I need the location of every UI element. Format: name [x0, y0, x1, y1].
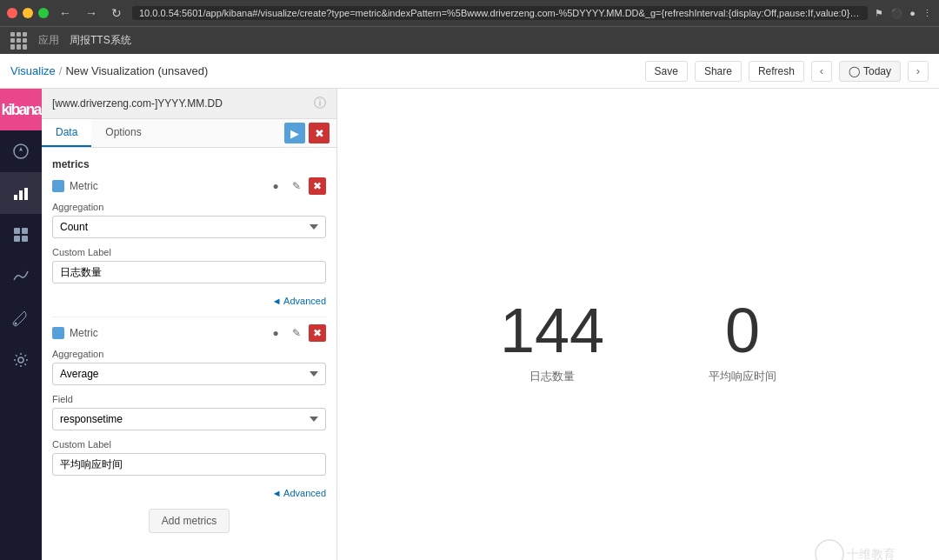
metric1-row: Metric ● ✎ ✖	[52, 177, 326, 195]
svg-point-10	[18, 357, 23, 363]
metric2-eye-button[interactable]: ●	[267, 324, 284, 342]
metric2-delete-button[interactable]: ✖	[309, 324, 326, 342]
watermark: 十维教育	[814, 528, 918, 560]
metric1-custom-label-label: Custom Label	[52, 247, 326, 257]
back-button[interactable]: ←	[56, 4, 75, 22]
viz-metric-1-label: 日志数量	[529, 369, 575, 384]
compass-icon	[12, 143, 30, 160]
svg-point-0	[14, 144, 28, 158]
metric1-delete-button[interactable]: ✖	[309, 177, 326, 195]
metric2-custom-label-input[interactable]	[52, 453, 326, 476]
stop-button[interactable]: ✖	[309, 123, 330, 143]
metric2-custom-label-group: Custom Label	[52, 439, 326, 476]
sidebar-item-timelion[interactable]	[0, 256, 42, 297]
next-time-button[interactable]: ›	[908, 61, 929, 82]
metrics-divider	[52, 317, 326, 317]
sidebar-item-dev-tools[interactable]	[0, 297, 42, 339]
panel-content: metrics Metric ● ✎ ✖ Aggregation	[42, 148, 336, 560]
svg-point-11	[816, 540, 843, 560]
prev-time-button[interactable]: ‹	[811, 61, 832, 82]
metric2-field-group: Field responsetime bytes machine.ram	[52, 394, 326, 430]
sidebar-item-discover[interactable]	[0, 130, 42, 172]
url-bar[interactable]: 10.0.0.54:5601/app/kibana#/visualize/cre…	[132, 6, 868, 20]
wrench-icon	[12, 310, 30, 327]
sidebar: kibana	[0, 89, 42, 560]
metric1-actions: ● ✎ ✖	[267, 177, 326, 195]
viz-metric-2: 0 平均响应时间	[709, 299, 776, 384]
tab-data[interactable]: Data	[42, 119, 91, 147]
sidebar-item-dashboard[interactable]	[0, 214, 42, 256]
clock-icon: ◯	[849, 65, 860, 77]
sidebar-item-management[interactable]	[0, 339, 42, 381]
metric2-aggregation-group: Aggregation Count Average Sum Min Max	[52, 349, 326, 385]
sidebar-nav	[0, 130, 42, 560]
app-title: 周报TTS系统	[70, 33, 131, 48]
forward-button[interactable]: →	[82, 4, 101, 22]
svg-text:十维教育: 十维教育	[847, 547, 896, 560]
metric2-actions: ● ✎ ✖	[267, 324, 326, 342]
minimize-window-btn[interactable]	[23, 8, 33, 18]
sidebar-item-visualize[interactable]	[0, 172, 42, 214]
breadcrumb-separator: /	[59, 64, 63, 77]
dashboard-icon	[12, 226, 30, 243]
app-bar: 应用 周报TTS系统	[0, 26, 939, 54]
grid-icon[interactable]	[10, 32, 28, 50]
watermark-logo: 十维教育	[814, 528, 918, 560]
svg-rect-8	[22, 236, 28, 242]
metric2-row: Metric ● ✎ ✖	[52, 324, 326, 342]
account-icon[interactable]: ●	[909, 8, 916, 18]
metric1-custom-label-input[interactable]	[52, 261, 326, 283]
metric2-custom-label-label: Custom Label	[52, 439, 326, 450]
close-window-btn[interactable]	[7, 8, 17, 18]
toolbar: Visualize / New Visualization (unsaved) …	[0, 54, 939, 89]
main-layout: kibana	[0, 89, 939, 560]
metric2-aggregation-label: Aggregation	[52, 349, 326, 359]
window-controls	[7, 8, 49, 18]
breadcrumb: Visualize / New Visualization (unsaved)	[10, 64, 642, 77]
bookmark-icon[interactable]: ⚑	[875, 8, 883, 19]
save-button[interactable]: Save	[645, 61, 688, 82]
metric2-aggregation-select[interactable]: Count Average Sum Min Max	[52, 363, 326, 385]
svg-rect-2	[14, 195, 17, 200]
metric1-aggregation-label: Aggregation	[52, 202, 326, 212]
viz-metric-1: 144 日志数量	[500, 299, 604, 384]
breadcrumb-visualize-link[interactable]: Visualize	[10, 64, 56, 77]
info-icon[interactable]: ⓘ	[314, 96, 326, 111]
svg-rect-4	[24, 188, 28, 200]
viz-metric-1-value: 144	[500, 299, 604, 362]
bar-chart-icon	[12, 184, 30, 202]
panel-tabs: Data Options ▶ ✖	[42, 119, 336, 148]
toolbar-actions: Save Share Refresh ‹ ◯ Today ›	[645, 61, 929, 82]
metric2-edit-button[interactable]: ✎	[288, 324, 305, 342]
today-button[interactable]: ◯ Today	[839, 61, 901, 82]
browser-icons: ⚑ ⚫ ● ⋮	[875, 8, 932, 19]
viz-metric-2-value: 0	[725, 299, 760, 362]
metric1-aggregation-select[interactable]: Count Average Sum Min Max	[52, 216, 326, 238]
extensions-icon[interactable]: ⚫	[890, 8, 902, 19]
play-button[interactable]: ▶	[284, 123, 305, 143]
metric1-edit-button[interactable]: ✎	[288, 177, 305, 195]
metric1-eye-button[interactable]: ●	[267, 177, 284, 195]
gear-icon	[12, 351, 30, 369]
metric1-aggregation-group: Aggregation Count Average Sum Min Max	[52, 202, 326, 238]
metric1-advanced-toggle[interactable]: ◄ Advanced	[52, 292, 326, 310]
share-button[interactable]: Share	[695, 61, 742, 82]
viz-container: 144 日志数量 0 平均响应时间	[500, 299, 776, 384]
breadcrumb-current: New Visualization (unsaved)	[65, 64, 208, 77]
svg-rect-6	[22, 228, 28, 234]
reload-button[interactable]: ↻	[108, 4, 125, 22]
app-label: 应用	[38, 33, 59, 48]
refresh-button[interactable]: Refresh	[749, 61, 804, 82]
metric2-color-box	[52, 327, 64, 339]
menu-icon[interactable]: ⋮	[922, 8, 932, 19]
tab-options[interactable]: Options	[91, 119, 155, 147]
index-pattern-bar: [www.driverzeng.com-]YYYY.MM.DD ⓘ	[42, 89, 336, 119]
maximize-window-btn[interactable]	[38, 8, 49, 18]
kibana-logo[interactable]: kibana	[0, 89, 42, 130]
metric1-custom-label-group: Custom Label	[52, 247, 326, 283]
metric2-advanced-toggle[interactable]: ◄ Advanced	[52, 484, 326, 502]
add-metrics-button[interactable]: Add metrics	[149, 509, 230, 533]
timelion-icon	[12, 268, 30, 285]
metric2-field-select[interactable]: responsetime bytes machine.ram	[52, 408, 326, 430]
svg-point-9	[15, 323, 17, 325]
